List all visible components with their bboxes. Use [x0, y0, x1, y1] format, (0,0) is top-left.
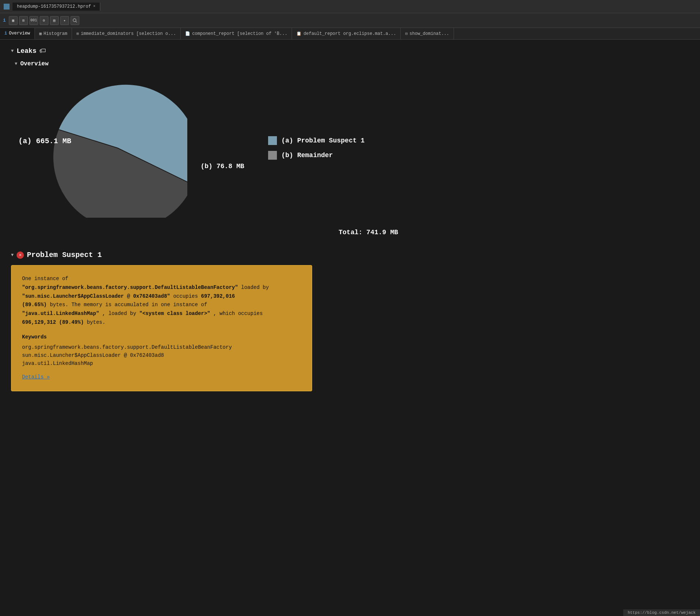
tab-histogram[interactable]: ▦ Histogram: [35, 28, 72, 39]
problem-loader: "sun.misc.Launcher$AppClassLoader @ 0x76…: [22, 293, 170, 299]
problem-mid-text: bytes. The memory is accumulated in one …: [50, 302, 207, 308]
tab-histogram-label: Histogram: [43, 31, 67, 36]
pie-chart-container: (a) 665.1 MB: [48, 78, 689, 218]
problem-intro: One instance of: [22, 276, 68, 282]
toolbar-btn-export[interactable]: ✦: [60, 16, 69, 25]
svg-point-0: [73, 19, 76, 22]
toolbar-btn-settings[interactable]: ⚙: [40, 16, 48, 25]
tab-immediate-dominators[interactable]: ⊞ immediate_dominators [selection o...: [72, 28, 181, 39]
problem-bytes: bytes.: [87, 319, 105, 325]
tab-component-icon: 📄: [185, 31, 190, 36]
problem-linked-class: "java.util.LinkedHashMap": [22, 311, 99, 316]
keyword-1: org.springframework.beans.factory.suppor…: [22, 343, 301, 351]
info-icon[interactable]: i: [3, 18, 6, 23]
toolbar-btn-tree[interactable]: ⊞: [19, 16, 28, 25]
tab-show-label: show_dominat...: [409, 31, 449, 36]
overview-collapse-arrow[interactable]: ▼: [15, 61, 17, 66]
leaks-icon: 🏷: [39, 47, 46, 55]
pie-label-b: (b) 76.8 MB: [201, 163, 244, 170]
close-icon[interactable]: ×: [93, 4, 95, 8]
leaks-title: Leaks: [17, 47, 36, 55]
title-tab-label: heapdump-1617357937212.hprof: [17, 4, 91, 9]
status-bar: https://blog.csdn.net/wejack: [623, 609, 700, 616]
legend-item-b: (b) Remainder: [268, 151, 365, 160]
tab-immediate-label: immediate_dominators [selection o...: [81, 31, 176, 36]
keyword-3: java.util.LinkedHashMap: [22, 359, 301, 367]
main-content: ▼ Leaks 🏷 ▼ Overview (a) 665.1 MB: [0, 40, 700, 399]
tab-bar: i Overview ▦ Histogram ⊞ immediate_domin…: [0, 28, 700, 40]
overview-section-header: ▼ Overview: [15, 61, 689, 67]
toolbar-btn-search[interactable]: [71, 16, 79, 25]
tab-default-icon: 📋: [296, 31, 302, 36]
problem-suspect-header: ▼ ✕ Problem Suspect 1: [11, 251, 689, 259]
app-icon: [4, 4, 10, 10]
toolbar-btn-histogram[interactable]: ▦: [9, 16, 18, 25]
legend-item-a: (a) Problem Suspect 1: [268, 136, 365, 145]
suspect-error-icon: ✕: [17, 251, 24, 259]
problem-description: One instance of "org.springframework.bea…: [22, 275, 301, 327]
tab-immediate-icon: ⊞: [76, 31, 79, 36]
tab-show-icon: ⊟: [405, 31, 408, 36]
title-tab[interactable]: heapdump-1617357937212.hprof ×: [12, 3, 100, 11]
legend-label-a: (a) Problem Suspect 1: [281, 137, 365, 144]
tab-show-dominator[interactable]: ⊟ show_dominat...: [401, 28, 454, 39]
pie-chart-svg: [48, 78, 187, 218]
keyword-2: sun.misc.Launcher$AppClassLoader @ 0x762…: [22, 351, 301, 359]
details-link[interactable]: Details »: [22, 373, 50, 382]
problem-occupies: occupies: [173, 293, 201, 299]
leaks-collapse-arrow[interactable]: ▼: [11, 48, 14, 54]
problem-class-name: "org.springframework.beans.factory.suppo…: [22, 285, 238, 290]
problem-system-loader: "<system class loader>": [139, 311, 210, 316]
chart-area: (a) 665.1 MB: [26, 78, 689, 236]
toolbar-btn-list[interactable]: ▤: [50, 16, 59, 25]
suspect-title: Problem Suspect 1: [27, 251, 102, 259]
pie-label-a: (a) 665.1 MB: [18, 137, 71, 145]
title-bar: heapdump-1617357937212.hprof ×: [0, 0, 700, 13]
tab-histogram-icon: ▦: [39, 31, 42, 36]
keywords-list: org.springframework.beans.factory.suppor…: [22, 343, 301, 368]
svg-line-1: [76, 21, 77, 22]
legend-label-b: (b) Remainder: [281, 152, 333, 159]
toolbar-btn-oql[interactable]: 001: [29, 16, 38, 25]
legend-color-b: [268, 151, 277, 160]
keywords-title: Keywords: [22, 333, 301, 342]
suspect-collapse-arrow[interactable]: ▼: [11, 253, 14, 258]
leaks-section-header: ▼ Leaks 🏷: [11, 47, 689, 55]
status-url: https://blog.csdn.net/wejack: [628, 610, 696, 615]
tab-component-report[interactable]: 📄 component_report [selection of 'B...: [181, 28, 292, 39]
problem-size2: 696,129,312 (89.49%): [22, 319, 84, 325]
legend-color-a: [268, 136, 277, 145]
problem-card: One instance of "org.springframework.bea…: [11, 265, 312, 391]
chart-total-label: Total: 741.9 MB: [48, 229, 689, 236]
tab-default-report[interactable]: 📋 default_report org.eclipse.mat.a...: [292, 28, 401, 39]
problem-comma: , loaded by: [102, 311, 139, 316]
tab-overview-icon: i: [4, 31, 7, 36]
problem-loaded-by: loaded by: [241, 285, 269, 290]
tab-component-label: component_report [selection of 'B...: [192, 31, 287, 36]
tab-overview-label: Overview: [9, 31, 30, 36]
problem-percentage1: (89.65%): [22, 302, 47, 308]
keywords-section: Keywords org.springframework.beans.facto…: [22, 333, 301, 368]
toolbar: i ▦ ⊞ 001 ⚙ ▤ ✦: [0, 13, 700, 28]
problem-size1: 697,392,016: [201, 293, 235, 299]
tab-default-label: default_report org.eclipse.mat.a...: [303, 31, 396, 36]
tab-overview[interactable]: i Overview: [0, 28, 35, 39]
overview-title: Overview: [20, 61, 48, 67]
problem-which: , which occupies: [213, 311, 263, 316]
pie-chart-wrapper: (a) 665.1 MB: [48, 78, 187, 218]
chart-legend: (a) Problem Suspect 1 (b) Remainder: [268, 136, 365, 160]
